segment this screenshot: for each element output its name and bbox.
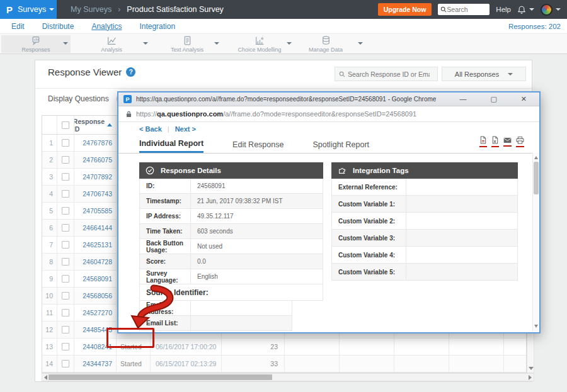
row-checkbox[interactable] <box>62 309 69 316</box>
nav-tab-integration[interactable]: Integration <box>139 22 175 31</box>
response-id-cell[interactable]: 24568056 <box>74 288 117 304</box>
header-response-id-cell: Response ID <box>74 116 117 134</box>
nav-tab-analytics[interactable]: Analytics <box>91 22 122 31</box>
response-filter-value: All Responses <box>455 70 499 78</box>
detail-value: Not used <box>191 239 323 254</box>
global-search-input[interactable] <box>447 6 484 13</box>
tag-value <box>406 230 517 246</box>
response-id-cell[interactable]: 24766075 <box>74 152 117 168</box>
empty-cell <box>285 356 340 372</box>
analytics-toolbar: ResponsesAnalysisText AnalysisChoice Mod… <box>0 33 567 54</box>
response-id-cell[interactable]: 24568091 <box>74 271 117 287</box>
row-number: 9 <box>42 271 57 287</box>
notifications-menu[interactable] <box>517 5 534 14</box>
export-email-icon[interactable] <box>503 137 512 147</box>
nav-tabs: EditDistributeAnalyticsIntegration <box>11 22 193 31</box>
nav-tab-distribute[interactable]: Distribute <box>42 22 74 31</box>
row-checkbox[interactable] <box>62 343 69 350</box>
response-id-cell[interactable]: 24767876 <box>74 135 117 151</box>
row-checkbox[interactable] <box>62 326 69 333</box>
account-menu[interactable] <box>541 4 561 16</box>
response-id-sort-header[interactable]: Response ID <box>74 118 112 133</box>
tag-row: Custom Variable 4: <box>331 247 518 264</box>
row-checkbox[interactable] <box>62 139 69 147</box>
tab-spotlight-report[interactable]: Spotlight Report <box>312 136 369 153</box>
toolbar-responses[interactable]: Responses <box>1 35 71 53</box>
next-link[interactable]: Next > <box>175 125 196 133</box>
row-checkbox[interactable] <box>62 173 69 181</box>
scrollbar-thumb[interactable] <box>534 162 539 194</box>
response-details-panel: Response Details ID:24568091Timestamp:21… <box>139 162 323 331</box>
tag-row: Custom Variable 3: <box>331 230 518 247</box>
chevron-down-icon[interactable] <box>214 42 219 45</box>
toolbar-manage-data[interactable]: Manage Data <box>291 35 360 53</box>
tag-label: Custom Variable 2: <box>332 213 406 229</box>
response-id-cell[interactable]: 24604728 <box>74 254 117 270</box>
response-id-cell[interactable]: 24408241 <box>74 339 117 355</box>
header-number-cell <box>42 116 57 134</box>
tab-individual-report[interactable]: Individual Report <box>139 136 203 153</box>
back-link[interactable]: < Back <box>139 125 162 133</box>
row-checkbox[interactable] <box>62 275 69 283</box>
row-checkbox[interactable] <box>62 224 69 232</box>
chevron-down-icon[interactable] <box>63 42 68 45</box>
scroll-down-arrow-icon[interactable] <box>529 367 534 370</box>
help-link[interactable]: Help <box>496 6 511 13</box>
help-icon[interactable]: ? <box>126 67 135 77</box>
tag-value <box>406 247 517 263</box>
row-checkbox[interactable] <box>62 190 69 198</box>
table-horizontal-scrollbar[interactable] <box>42 373 534 381</box>
scroll-right-arrow-icon[interactable] <box>529 375 532 380</box>
response-id-cell[interactable]: 24344737 <box>74 356 117 372</box>
response-id-cell[interactable]: 24527270 <box>74 305 117 321</box>
scroll-down-arrow-icon[interactable] <box>534 325 538 328</box>
row-checkbox[interactable] <box>62 258 69 266</box>
toolbar-label: Text Analysis <box>171 47 203 53</box>
select-all-checkbox[interactable] <box>62 121 69 129</box>
popup-vertical-scrollbar[interactable] <box>532 153 539 331</box>
scrollbar-thumb[interactable] <box>49 374 272 380</box>
row-checkbox[interactable] <box>62 292 69 300</box>
check-circle-icon <box>146 166 154 175</box>
responses-count: Responses: 202 <box>508 23 561 30</box>
row-checkbox-cell <box>57 152 74 168</box>
response-id-cell[interactable]: 24706743 <box>74 186 117 202</box>
nav-tab-edit[interactable]: Edit <box>11 22 25 31</box>
toolbar-text-analysis[interactable]: Text Analysis <box>152 35 222 53</box>
maximize-button[interactable]: ▢ <box>490 96 496 103</box>
row-number: 10 <box>42 288 57 304</box>
export-pdf-icon[interactable] <box>479 136 487 147</box>
minimize-button[interactable]: — <box>459 96 466 103</box>
scroll-left-arrow-icon[interactable] <box>44 375 47 380</box>
row-checkbox[interactable] <box>62 156 69 164</box>
scroll-up-arrow-icon[interactable] <box>534 156 538 159</box>
toolbar-label: Manage Data <box>309 47 343 53</box>
response-id-cell[interactable]: 24625131 <box>74 237 117 253</box>
window-title-bar[interactable]: P https://qa.questionpro.com/a//frame.do… <box>118 92 539 106</box>
response-filter-dropdown[interactable]: All Responses <box>442 67 526 81</box>
response-id-cell[interactable]: 24707892 <box>74 169 117 185</box>
toolbar-choice-modelling[interactable]: Choice Modelling <box>225 35 294 53</box>
row-checkbox[interactable] <box>62 207 69 215</box>
chevron-down-icon[interactable] <box>143 42 148 45</box>
response-search-input[interactable] <box>348 70 430 78</box>
response-id-cell[interactable]: 24664144 <box>74 220 117 236</box>
toolbar-analysis[interactable]: Analysis <box>77 35 146 53</box>
workspace-switcher[interactable]: P Surveys <box>0 0 57 19</box>
chevron-down-icon[interactable] <box>358 42 363 45</box>
email-rows: Email Address:Email List: <box>139 301 292 331</box>
tab-edit-response[interactable]: Edit Response <box>232 136 284 153</box>
window-title: https://qa.questionpro.com/a//frame.do?m… <box>136 96 436 103</box>
global-search-box[interactable] <box>438 4 490 15</box>
response-id-cell[interactable]: 24705585 <box>74 203 117 219</box>
response-search-box[interactable] <box>335 67 438 81</box>
upgrade-now-button[interactable]: Upgrade Now <box>378 3 432 16</box>
address-bar[interactable]: https://qa.questionpro.com/a//frame.do?m… <box>118 106 539 122</box>
row-checkbox[interactable] <box>62 241 69 249</box>
response-id-cell[interactable]: 24485445 <box>74 322 117 338</box>
export-print-icon[interactable] <box>516 137 524 147</box>
row-checkbox[interactable] <box>62 360 69 367</box>
close-button[interactable]: ✕ <box>521 96 527 103</box>
export-excel-icon[interactable] <box>491 136 499 147</box>
breadcrumb-parent[interactable]: My Surveys <box>71 5 112 14</box>
